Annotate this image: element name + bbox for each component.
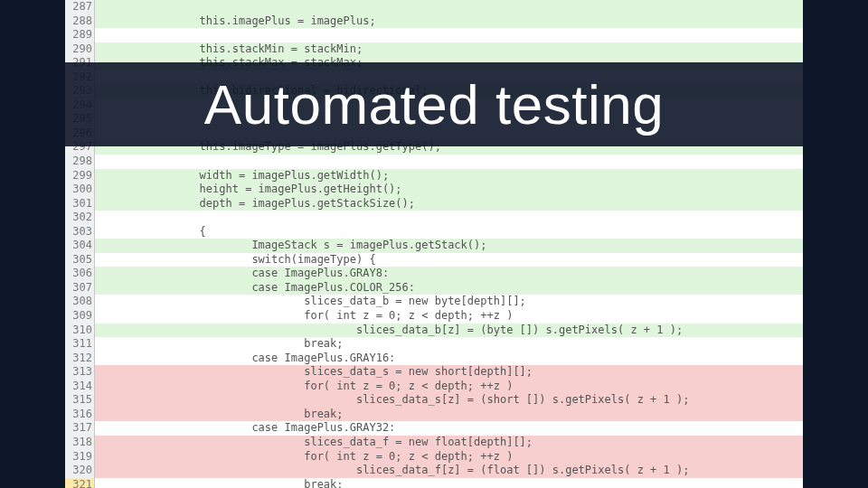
code-row: 316 break; bbox=[65, 408, 803, 422]
line-number: 311 bbox=[65, 337, 95, 352]
code-row: 318 slices_data_f = new float[depth][]; bbox=[65, 436, 803, 450]
code-row: 319 for( int z = 0; z < depth; ++z ) bbox=[65, 450, 803, 465]
code-text: slices_data_s[z] = (short []) s.getPixel… bbox=[95, 393, 803, 408]
code-row: 312 case ImagePlus.GRAY16: bbox=[65, 352, 803, 366]
code-row: 298 bbox=[65, 155, 803, 169]
code-row: 299 width = imagePlus.getWidth(); bbox=[65, 169, 803, 183]
line-number: 317 bbox=[65, 421, 95, 436]
line-number: 303 bbox=[65, 225, 95, 239]
code-row: 314 for( int z = 0; z < depth; ++z ) bbox=[65, 380, 803, 394]
code-text: ImageStack s = imagePlus.getStack(); bbox=[95, 239, 803, 253]
code-row: 313 slices_data_s = new short[depth][]; bbox=[65, 365, 803, 380]
code-text: slices_data_b = new byte[depth][]; bbox=[95, 295, 803, 309]
code-text: slices_data_s = new short[depth][]; bbox=[95, 365, 803, 380]
code-row: 320 slices_data_f[z] = (float []) s.getP… bbox=[65, 464, 803, 478]
code-text: this.imagePlus = imagePlus; bbox=[95, 14, 803, 29]
code-row: 303 { bbox=[65, 225, 803, 239]
line-number: 288 bbox=[65, 14, 95, 29]
code-text: height = imagePlus.getHeight(); bbox=[95, 183, 803, 197]
line-number: 289 bbox=[65, 28, 95, 42]
code-row: 306 case ImagePlus.GRAY8: bbox=[65, 267, 803, 281]
line-number: 312 bbox=[65, 352, 95, 366]
line-number: 313 bbox=[65, 365, 95, 380]
code-row: 311 break; bbox=[65, 337, 803, 352]
slide-title: Automated testing bbox=[204, 72, 664, 136]
code-row: 300 height = imagePlus.getHeight(); bbox=[65, 183, 803, 197]
code-row: 290 this.stackMin = stackMin; bbox=[65, 42, 803, 57]
code-text: for( int z = 0; z < depth; ++z ) bbox=[95, 450, 803, 465]
code-text: case ImagePlus.GRAY8: bbox=[95, 267, 803, 281]
line-number: 300 bbox=[65, 183, 95, 197]
code-row: 310 slices_data_b[z] = (byte []) s.getPi… bbox=[65, 324, 803, 338]
line-number: 321 bbox=[65, 478, 95, 488]
code-text bbox=[95, 28, 803, 42]
code-text: this.stackMin = stackMin; bbox=[95, 42, 803, 57]
code-text: break; bbox=[95, 408, 803, 422]
code-row: 287 bbox=[65, 0, 803, 14]
code-row: 304 ImageStack s = imagePlus.getStack(); bbox=[65, 239, 803, 253]
code-row: 302 bbox=[65, 211, 803, 225]
code-row: 309 for( int z = 0; z < depth; ++z ) bbox=[65, 309, 803, 324]
line-number: 304 bbox=[65, 239, 95, 253]
line-number: 302 bbox=[65, 211, 95, 225]
code-text: depth = imagePlus.getStackSize(); bbox=[95, 197, 803, 211]
code-row: 305 switch(imageType) { bbox=[65, 253, 803, 267]
line-number: 318 bbox=[65, 436, 95, 450]
code-row: 288 this.imagePlus = imagePlus; bbox=[65, 14, 803, 29]
line-number: 306 bbox=[65, 267, 95, 281]
line-number: 314 bbox=[65, 380, 95, 394]
code-row: 321 break; bbox=[65, 478, 803, 488]
code-text: width = imagePlus.getWidth(); bbox=[95, 169, 803, 183]
code-text: for( int z = 0; z < depth; ++z ) bbox=[95, 309, 803, 324]
code-text: slices_data_f = new float[depth][]; bbox=[95, 436, 803, 450]
code-text: case ImagePlus.GRAY16: bbox=[95, 352, 803, 366]
code-text: case ImagePlus.GRAY32: bbox=[95, 421, 803, 436]
line-number: 309 bbox=[65, 309, 95, 324]
line-number: 316 bbox=[65, 408, 95, 422]
code-text: break; bbox=[95, 337, 803, 352]
code-row: 315 slices_data_s[z] = (short []) s.getP… bbox=[65, 393, 803, 408]
line-number: 319 bbox=[65, 450, 95, 465]
code-text: slices_data_f[z] = (float []) s.getPixel… bbox=[95, 464, 803, 478]
line-number: 310 bbox=[65, 324, 95, 338]
line-number: 301 bbox=[65, 197, 95, 211]
title-overlay: Automated testing bbox=[0, 62, 868, 146]
code-text bbox=[95, 211, 803, 225]
line-number: 290 bbox=[65, 42, 95, 57]
slide-stage: 287288 this.imagePlus = imagePlus;289290… bbox=[0, 0, 868, 488]
code-row: 301 depth = imagePlus.getStackSize(); bbox=[65, 197, 803, 211]
code-text: switch(imageType) { bbox=[95, 253, 803, 267]
code-text: break; bbox=[95, 478, 803, 488]
code-text: { bbox=[95, 225, 803, 239]
line-number: 315 bbox=[65, 393, 95, 408]
code-row: 317 case ImagePlus.GRAY32: bbox=[65, 421, 803, 436]
line-number: 308 bbox=[65, 295, 95, 309]
line-number: 307 bbox=[65, 281, 95, 296]
code-row: 308 slices_data_b = new byte[depth][]; bbox=[65, 295, 803, 309]
code-row: 289 bbox=[65, 28, 803, 42]
code-text bbox=[95, 155, 803, 169]
line-number: 299 bbox=[65, 169, 95, 183]
code-text: slices_data_b[z] = (byte []) s.getPixels… bbox=[95, 324, 803, 338]
line-number: 305 bbox=[65, 253, 95, 267]
code-row: 307 case ImagePlus.COLOR_256: bbox=[65, 281, 803, 296]
code-text bbox=[95, 0, 803, 14]
line-number: 320 bbox=[65, 464, 95, 478]
line-number: 287 bbox=[65, 0, 95, 14]
code-text: for( int z = 0; z < depth; ++z ) bbox=[95, 380, 803, 394]
line-number: 298 bbox=[65, 155, 95, 169]
code-text: case ImagePlus.COLOR_256: bbox=[95, 281, 803, 296]
